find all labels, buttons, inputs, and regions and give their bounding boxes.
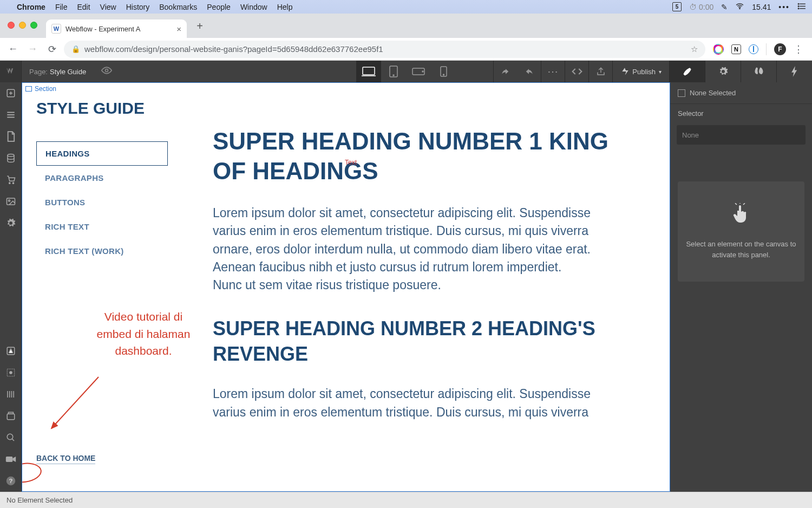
svg-rect-8 xyxy=(363,67,375,75)
reload-button[interactable]: ⟳ xyxy=(44,42,60,57)
back-to-home-link[interactable]: BACK TO HOME xyxy=(36,454,95,464)
redo-button[interactable] xyxy=(517,61,541,82)
menu-bookmarks[interactable]: Bookmarks xyxy=(154,3,202,11)
navigator-button[interactable] xyxy=(0,104,21,126)
sidebar-item-rich-text[interactable]: RICH TEXT xyxy=(36,214,168,239)
star-bookmark-icon[interactable]: ☆ xyxy=(691,44,698,54)
svg-rect-35 xyxy=(8,412,13,414)
webflow-app: Page:Style Guide ⋯ Publish ▾ xyxy=(0,61,812,508)
tab-title: Webflow - Experiment A xyxy=(66,25,140,33)
chrome-menu-button[interactable]: ⋮ xyxy=(794,43,803,55)
publish-button[interactable]: Publish ▾ xyxy=(612,61,669,82)
close-window-button[interactable] xyxy=(8,22,15,29)
menu-app[interactable]: Chrome xyxy=(12,3,50,11)
svg-point-7 xyxy=(106,69,108,72)
webflow-canvas[interactable]: Section STYLE GUIDE HEADINGS PARAGRAPHS … xyxy=(22,82,670,492)
svg-line-43 xyxy=(735,203,737,205)
new-tab-button[interactable]: + xyxy=(192,18,207,34)
browser-tab[interactable]: W Webflow - Experiment A × xyxy=(46,19,187,38)
paragraph-1[interactable]: Lorem ipsum dolor sit amet, consectetur … xyxy=(213,204,592,295)
device-mobile-button[interactable] xyxy=(431,61,456,82)
project-settings-button[interactable] xyxy=(0,212,21,234)
svg-point-6 xyxy=(798,8,799,9)
menu-file[interactable]: File xyxy=(50,3,73,11)
annotation-circle-icon xyxy=(22,461,43,485)
svg-point-13 xyxy=(422,71,423,72)
heading-2[interactable]: SUPER HEADING NUMBER 2 HEADING'S REVENGE xyxy=(213,316,639,367)
menu-help[interactable]: Help xyxy=(272,3,298,11)
settings-tab-icon[interactable] xyxy=(705,61,741,82)
svg-rect-34 xyxy=(7,414,15,420)
webflow-logo-icon[interactable] xyxy=(0,61,22,82)
svg-point-15 xyxy=(443,74,444,75)
annotation-text: Video tutorial di embed di halaman dashb… xyxy=(89,308,198,360)
device-tablet-button[interactable] xyxy=(381,61,406,82)
none-selected-row: None Selected xyxy=(670,82,812,104)
paragraph-2[interactable]: Lorem ipsum dolor sit amet, consectetur … xyxy=(213,385,592,421)
preview-toggle-icon[interactable] xyxy=(101,67,112,76)
more-button[interactable]: ⋯ xyxy=(541,61,565,82)
sidebar-item-headings[interactable]: HEADINGS xyxy=(36,141,168,166)
svg-point-24 xyxy=(12,183,14,184)
chrome-toolbar: ← → ⟳ 🔒 webflow.com/design/personal-webs… xyxy=(0,38,812,61)
video-tutorial-button[interactable] xyxy=(0,448,21,470)
text-element-marker: Text xyxy=(345,159,357,166)
onepassword-extension-icon[interactable] xyxy=(749,44,758,54)
help-button[interactable]: ? xyxy=(0,470,21,492)
calendar-menulet-icon[interactable]: 5 xyxy=(672,2,682,11)
menu-people[interactable]: People xyxy=(202,3,235,11)
maximize-window-button[interactable] xyxy=(30,22,37,29)
wifi-icon[interactable] xyxy=(735,2,744,12)
xray-button[interactable] xyxy=(0,362,21,383)
instagram-extension-icon[interactable] xyxy=(713,44,724,55)
sidebar-item-buttons[interactable]: BUTTONS xyxy=(36,190,168,214)
cms-button[interactable] xyxy=(0,147,21,169)
selector-input[interactable]: None xyxy=(677,125,806,145)
menu-window[interactable]: Window xyxy=(235,3,272,11)
list-menu-icon[interactable] xyxy=(797,2,807,12)
heading-1[interactable]: SUPER HEADING NUMBER 1 KING OF HEADINGS xyxy=(213,126,639,186)
interactions-tab-icon[interactable] xyxy=(776,61,812,82)
ecommerce-button[interactable] xyxy=(0,169,21,191)
tab-close-icon[interactable]: × xyxy=(176,24,181,34)
style-manager-tab-icon[interactable] xyxy=(741,61,776,82)
webflow-status-bar: No Element Selected xyxy=(0,492,812,508)
export-button[interactable] xyxy=(588,61,612,82)
back-button[interactable]: ← xyxy=(5,42,21,57)
menu-history[interactable]: History xyxy=(121,3,155,11)
audit-button[interactable] xyxy=(0,383,21,405)
notion-extension-icon[interactable]: N xyxy=(731,44,741,54)
forward-button[interactable]: → xyxy=(25,42,40,57)
webflow-right-panel: None Selected Selector None Select an el… xyxy=(670,82,812,492)
menu-view[interactable]: View xyxy=(95,3,121,11)
svg-line-44 xyxy=(743,203,745,205)
menu-edit[interactable]: Edit xyxy=(72,3,95,11)
device-toggle xyxy=(356,61,456,82)
sidebar-item-paragraphs[interactable]: PARAGRAPHS xyxy=(36,166,168,190)
add-element-button[interactable] xyxy=(0,82,21,104)
svg-line-37 xyxy=(12,439,14,441)
device-desktop-button[interactable] xyxy=(356,61,381,82)
page-content: SUPER HEADING NUMBER 1 KING OF HEADINGS … xyxy=(182,83,670,491)
siri-menu-icon[interactable]: ••• xyxy=(778,3,790,11)
menubar-clock[interactable]: 15.41 xyxy=(752,3,771,11)
assets-button[interactable] xyxy=(0,191,21,212)
device-tablet-landscape-button[interactable] xyxy=(406,61,431,82)
chevron-down-icon: ▾ xyxy=(659,69,662,75)
sidebar-item-rich-text-work[interactable]: RICH TEXT (WORK) xyxy=(36,239,168,263)
search-button[interactable] xyxy=(0,427,21,448)
code-button[interactable] xyxy=(565,61,588,82)
style-tab-icon[interactable] xyxy=(669,61,705,82)
components-button[interactable] xyxy=(0,340,21,362)
page-indicator[interactable]: Page:Style Guide xyxy=(22,68,94,76)
mac-menu-bar: Chrome File Edit View History Bookmarks … xyxy=(0,0,812,14)
pages-button[interactable] xyxy=(0,126,21,147)
selector-label: Selector xyxy=(670,104,812,121)
profile-avatar[interactable]: F xyxy=(774,43,786,55)
undo-button[interactable] xyxy=(493,61,517,82)
address-bar[interactable]: 🔒 webflow.com/design/personal-website-ga… xyxy=(64,41,705,58)
pencil-menulet-icon[interactable]: ✎ xyxy=(721,3,728,11)
timer-icon[interactable]: ⏱0:00 xyxy=(689,3,713,11)
backup-button[interactable] xyxy=(0,405,21,427)
minimize-window-button[interactable] xyxy=(19,22,26,29)
